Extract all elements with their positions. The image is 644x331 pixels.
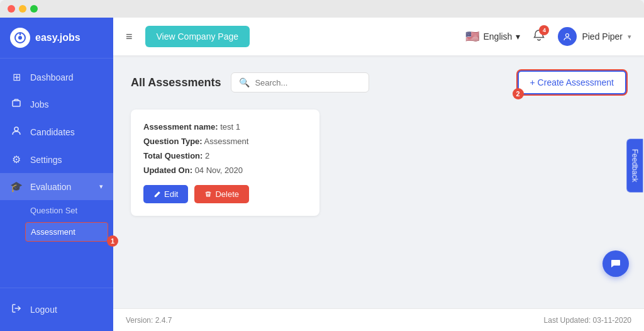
language-label: English — [483, 31, 512, 42]
page-header: All Assessments 🔍 + Create Assessment 2 — [131, 70, 626, 94]
card-type-label: Question Type: — [143, 137, 203, 146]
assessment-nav-wrapper: Assessment 1 — [0, 222, 113, 242]
card-updated-row: Updated On: 04 Nov, 2020 — [143, 166, 307, 175]
sidebar-logo: easy.jobs — [0, 18, 113, 59]
jobs-icon — [10, 98, 23, 111]
user-menu[interactable]: Pied Piper ▾ — [558, 27, 631, 46]
logo-text: easy.jobs — [35, 32, 80, 43]
language-arrow: ▾ — [516, 31, 520, 42]
sidebar-item-logout[interactable]: Logout — [0, 296, 113, 323]
evaluation-submenu: Question Set Assessment 1 — [0, 200, 113, 242]
user-name: Pied Piper — [582, 31, 623, 42]
annotation-badge-2: 2 — [513, 88, 524, 99]
window-chrome — [0, 0, 644, 18]
page-body: All Assessments 🔍 + Create Assessment 2 … — [113, 55, 644, 308]
sidebar-item-evaluation[interactable]: 🎓 Evaluation ▾ — [0, 173, 113, 200]
card-updated-value: 04 Nov, 2020 — [195, 166, 243, 175]
card-type-value: Assessment — [204, 137, 249, 146]
card-total-label: Total Question: — [143, 151, 203, 160]
svg-point-1 — [18, 36, 22, 40]
minimize-button[interactable] — [19, 5, 26, 13]
sidebar-nav: ⊞ Dashboard Jobs Candidates ⚙ Settings — [0, 59, 113, 288]
notification-count: 4 — [539, 25, 549, 35]
sidebar-item-jobs[interactable]: Jobs — [0, 91, 113, 118]
search-input[interactable] — [255, 78, 361, 87]
sidebar-item-settings[interactable]: ⚙ Settings — [0, 146, 113, 173]
card-total-value: 2 — [205, 151, 209, 160]
dashboard-icon: ⊞ — [10, 71, 23, 83]
card-actions: Edit Delete — [143, 185, 307, 203]
card-name-row: Assessment name: test 1 — [143, 122, 307, 132]
view-company-button[interactable]: View Company Page — [145, 26, 250, 47]
app-container: easy.jobs ⊞ Dashboard Jobs Candidates ⚙ — [0, 18, 644, 331]
settings-icon: ⚙ — [10, 154, 23, 166]
card-name-value: test 1 — [220, 122, 240, 132]
evaluation-icon: 🎓 — [10, 181, 23, 193]
logout-icon — [10, 303, 23, 316]
feedback-tab[interactable]: Feedback — [627, 139, 643, 193]
svg-rect-3 — [13, 101, 20, 106]
svg-point-4 — [14, 127, 18, 131]
menu-icon[interactable]: ≡ — [126, 30, 133, 43]
logo-icon — [10, 28, 30, 48]
chat-bubble[interactable] — [602, 250, 629, 277]
search-box: 🔍 — [231, 72, 369, 93]
sidebar-item-dashboard[interactable]: ⊞ Dashboard — [0, 64, 113, 91]
create-btn-wrapper: + Create Assessment 2 — [518, 70, 626, 94]
card-type-row: Question Type: Assessment — [143, 137, 307, 146]
edit-button[interactable]: Edit — [143, 185, 188, 203]
close-button[interactable] — [8, 5, 15, 13]
maximize-button[interactable] — [30, 5, 38, 13]
candidates-icon — [10, 126, 23, 138]
sidebar-item-question-set[interactable]: Question Set — [0, 200, 113, 221]
page-title: All Assessments — [131, 76, 221, 89]
card-total-row: Total Question: 2 — [143, 151, 307, 160]
page-header-left: All Assessments 🔍 — [131, 72, 369, 93]
card-name-label: Assessment name: — [143, 122, 218, 132]
sidebar-bottom: Logout — [0, 288, 113, 331]
sidebar-item-candidates[interactable]: Candidates — [0, 118, 113, 146]
evaluation-arrow: ▾ — [99, 182, 103, 191]
sidebar-item-assessment[interactable]: Assessment — [25, 222, 108, 242]
card-updated-label: Updated On: — [143, 166, 192, 175]
statusbar: Version: 2.4.7 Last Updated: 03-11-2020 — [113, 308, 644, 331]
search-icon: 🔍 — [239, 77, 250, 87]
assessment-card: Assessment name: test 1 Question Type: A… — [131, 109, 319, 216]
delete-button[interactable]: Delete — [194, 185, 249, 203]
avatar — [558, 27, 577, 46]
user-arrow: ▾ — [628, 33, 631, 41]
version-text: Version: 2.4.7 — [126, 316, 172, 325]
sidebar: easy.jobs ⊞ Dashboard Jobs Candidates ⚙ — [0, 18, 113, 331]
topbar: ≡ View Company Page 🇺🇸 English ▾ 4 Pied … — [113, 18, 644, 55]
last-updated-text: Last Updated: 03-11-2020 — [544, 316, 631, 325]
flag-icon: 🇺🇸 — [465, 30, 479, 43]
notifications-bell[interactable]: 4 — [533, 29, 545, 45]
traffic-lights — [8, 5, 38, 13]
language-selector[interactable]: 🇺🇸 English ▾ — [465, 30, 520, 43]
create-assessment-button[interactable]: + Create Assessment — [518, 70, 626, 94]
main-content: ≡ View Company Page 🇺🇸 English ▾ 4 Pied … — [113, 18, 644, 331]
